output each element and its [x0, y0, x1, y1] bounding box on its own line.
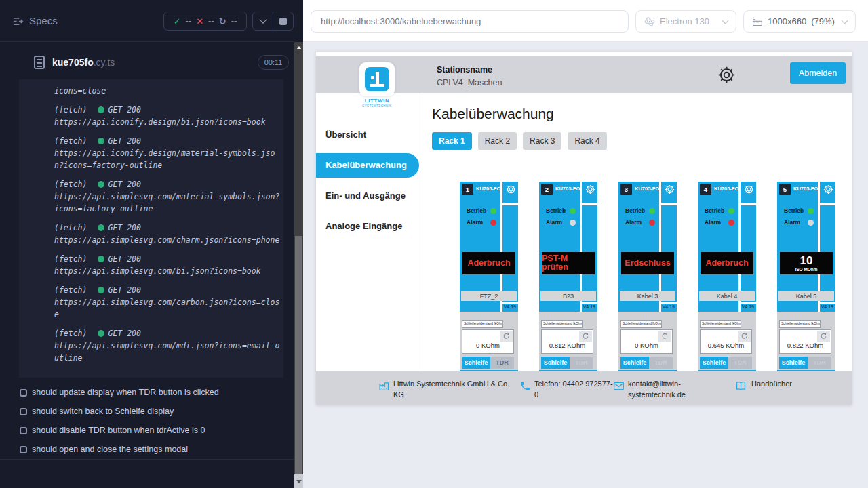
- test-item[interactable]: should disable TDR button when tdrActive…: [0, 421, 294, 440]
- device-settings-icon[interactable]: [823, 184, 833, 195]
- browser-selector[interactable]: Electron 130: [635, 10, 736, 33]
- footer-company: Littwin Systemtechnik GmbH & Co. KG: [393, 378, 514, 400]
- footer-manuals-link[interactable]: Handbücher: [751, 378, 812, 389]
- log-fetch-label: (fetch): [54, 105, 87, 115]
- network-log-entry[interactable]: (fetch)GET 200 https://api.simplesvg.com…: [54, 222, 283, 246]
- log-status: GET 200: [108, 254, 140, 264]
- nav-item-label: Ein- und Ausgänge: [326, 190, 406, 201]
- spec-file-name: kue705fo.cy.ts: [52, 57, 115, 68]
- betrieb-led-row: Betrieb: [546, 207, 576, 214]
- viewport-selector[interactable]: 1000x660 (79%): [743, 10, 856, 33]
- test-item[interactable]: should switch back to Schleife display: [0, 402, 294, 421]
- network-log-entry[interactable]: (fetch)GET 200 https://api.simplesvg.com…: [54, 253, 283, 277]
- rack-tab[interactable]: Rack 4: [568, 132, 606, 150]
- firmware-version: V4.19: [742, 304, 754, 309]
- ruler-icon: [752, 16, 763, 27]
- stop-button[interactable]: [273, 12, 293, 30]
- display-status-text: Aderbruch: [467, 259, 510, 268]
- status-dot-icon: [98, 106, 104, 113]
- electron-icon: [644, 16, 655, 27]
- nav-item[interactable]: Analoge Eingänge: [316, 211, 422, 241]
- betrieb-led-row: Betrieb: [467, 207, 496, 214]
- network-log-entry[interactable]: (fetch)GET 200 https://api.iconify.desig…: [54, 104, 283, 128]
- tdr-button[interactable]: TDR: [490, 357, 514, 369]
- spec-file-row[interactable]: kue705fo.cy.ts 00:11: [0, 42, 294, 72]
- refresh-icon[interactable]: [738, 331, 751, 342]
- device-model-label: KÜ705-FO: [555, 186, 580, 192]
- settings-gear-icon[interactable]: [717, 66, 736, 84]
- device-card: 3 KÜ705-FO Betrieb Alarm Erdschluss Kabe…: [618, 182, 677, 380]
- network-log-entry[interactable]: (fetch)GET 200 https://api.simplesvg.com…: [54, 178, 283, 215]
- card-control-section: Schleifenwiderstand [kOhm] 0 KOhm Schlei…: [460, 312, 518, 370]
- network-log-entry[interactable]: (fetch)GET 200 https://api.simplesvg.com…: [54, 284, 283, 321]
- schleife-button[interactable]: Schleife: [700, 357, 728, 369]
- browser-label: Electron 130: [660, 16, 709, 26]
- schleife-button[interactable]: Schleife: [779, 357, 808, 369]
- device-model-label: KÜ705-FO: [635, 186, 659, 192]
- test-title: should switch back to Schleife display: [32, 407, 174, 416]
- network-log-entry[interactable]: (fetch)GET 200 https://api.iconify.desig…: [54, 135, 283, 171]
- device-settings-icon[interactable]: [506, 184, 516, 195]
- device-settings-icon[interactable]: [665, 184, 675, 195]
- nav-item[interactable]: Ein- und Ausgänge: [316, 180, 422, 211]
- refresh-icon[interactable]: [658, 331, 671, 342]
- device-display: Aderbruch: [701, 252, 753, 274]
- tdr-button[interactable]: TDR: [649, 357, 673, 369]
- pending-count: --: [231, 16, 237, 26]
- nav-item[interactable]: Kabelüberwachung: [316, 153, 419, 178]
- log-url: https://api.simplesvg.com/material-symbo…: [54, 190, 283, 215]
- device-card: 1 KÜ705-FO Betrieb Alarm Aderbruch FTZ_2…: [460, 182, 518, 380]
- betrieb-led: [728, 208, 734, 214]
- log-status: GET 200: [108, 136, 140, 146]
- factory-icon: [378, 380, 390, 392]
- panel-scrollbar[interactable]: [294, 42, 303, 488]
- rack-tab[interactable]: Rack 2: [478, 132, 517, 150]
- tdr-button[interactable]: TDR: [728, 357, 752, 369]
- schleife-button[interactable]: Schleife: [620, 357, 649, 369]
- test-title: should open and close the settings modal: [32, 445, 188, 454]
- rack-tab[interactable]: Rack 1: [432, 132, 472, 150]
- specs-menu-icon[interactable]: [12, 16, 24, 27]
- rack-tab[interactable]: Rack 3: [523, 132, 561, 150]
- test-item[interactable]: should open and close the settings modal: [0, 440, 294, 459]
- test-list: should update display when TDR button is…: [0, 383, 294, 459]
- alarm-led-row: Alarm: [625, 219, 655, 226]
- refresh-icon[interactable]: [500, 331, 513, 342]
- betrieb-label: Betrieb: [546, 207, 566, 214]
- logout-button[interactable]: Abmelden: [790, 62, 846, 84]
- nav-item[interactable]: Übersicht: [316, 119, 422, 150]
- log-status: GET 200: [108, 223, 140, 232]
- network-log-entry[interactable]: (fetch)GET 200 https://api.simplesvg.com…: [54, 327, 283, 364]
- resistance-label: Schleifenwiderstand [kOhm]: [779, 320, 821, 328]
- schleife-button[interactable]: Schleife: [462, 357, 490, 369]
- spec-basename: kue705fo: [52, 57, 94, 68]
- tdr-button[interactable]: TDR: [808, 357, 831, 369]
- scroll-down-button[interactable]: [294, 474, 303, 488]
- collapse-button[interactable]: [253, 12, 273, 30]
- device-settings-icon[interactable]: [585, 184, 595, 195]
- refresh-icon[interactable]: [579, 331, 592, 342]
- tdr-button[interactable]: TDR: [570, 357, 593, 369]
- device-settings-icon[interactable]: [744, 184, 754, 195]
- test-item[interactable]: should update display when TDR button is…: [0, 383, 294, 402]
- schleife-button[interactable]: Schleife: [541, 357, 570, 369]
- cable-name: FTZ_2: [461, 291, 517, 301]
- resistance-value-box: 0 KOhm: [462, 329, 514, 354]
- rack-tab-label: Rack 1: [439, 136, 465, 146]
- device-model-label: KÜ705-FO: [793, 186, 818, 192]
- scroll-up-button[interactable]: [294, 42, 303, 53]
- display-status-text: PST-M prüfen: [542, 254, 595, 272]
- url-input[interactable]: [311, 10, 629, 33]
- log-url-continuation: icons=close: [54, 85, 283, 97]
- device-number-badge: 3: [620, 184, 632, 195]
- screen: Specs ✓ -- ✕ -- ↻ -- kue705fo.cy.ts 00:1…: [0, 0, 868, 488]
- log-status: GET 200: [108, 105, 140, 115]
- status-dot-icon: [98, 256, 104, 262]
- app-header: Stationsname CPLV4_Maschen Abmelden: [316, 56, 852, 93]
- test-state-icon: [20, 408, 27, 415]
- refresh-icon[interactable]: [817, 331, 830, 342]
- logo-tagline: SYSTEMTECHNIK: [355, 104, 399, 108]
- specs-title[interactable]: Specs: [29, 15, 58, 26]
- device-card: 4 KÜ705-FO Betrieb Alarm Aderbruch Kabel…: [698, 182, 756, 380]
- scrollbar-thumb[interactable]: [295, 236, 302, 488]
